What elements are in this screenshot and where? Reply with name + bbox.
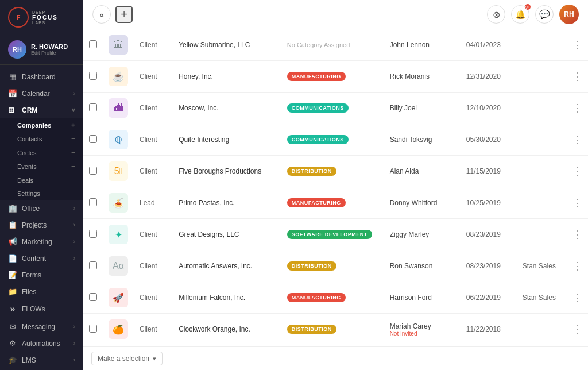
row-checkbox[interactable]: [89, 261, 97, 269]
sidebar-item-label: Projects: [22, 221, 47, 229]
sidebar-item-lms[interactable]: 🎓 LMS ›: [0, 352, 83, 368]
make-selection-dropdown[interactable]: Make a selection ▾: [91, 352, 163, 365]
row-checkbox[interactable]: [89, 103, 97, 111]
sidebar-item-calendar[interactable]: 📅 Calendar ›: [0, 85, 83, 102]
add-deal-icon[interactable]: +: [71, 176, 75, 184]
table-row: 🏛 Client Yellow Submarine, LLC No Catego…: [83, 29, 588, 61]
row-actions-cell: ⋮: [566, 250, 588, 282]
calendar-icon: 📅: [8, 89, 17, 98]
contact-name: Harrison Ford: [390, 294, 455, 302]
sidebar-item-dashboard[interactable]: ▦ Dashboard: [0, 68, 83, 85]
company-date: 12/31/2020: [461, 61, 517, 92]
row-checkbox-cell: [83, 314, 103, 345]
row-context-menu-button[interactable]: ⋮: [572, 260, 582, 272]
sidebar-item-crm-settings[interactable]: Settings: [0, 187, 83, 200]
sidebar-item-label: Messaging: [22, 323, 55, 331]
add-company-icon[interactable]: +: [71, 121, 75, 129]
sidebar-item-circles[interactable]: Circles +: [0, 146, 83, 160]
user-avatar-top[interactable]: RH: [559, 5, 579, 24]
chevron-icon: ›: [74, 340, 75, 346]
row-checkbox[interactable]: [89, 72, 97, 80]
sidebar-item-contacts[interactable]: Contacts +: [0, 132, 83, 146]
chevron-down-icon: ∨: [71, 107, 75, 113]
table-row: ℚ Client Quite Interesting COMMUNICATION…: [83, 124, 588, 156]
add-event-icon[interactable]: +: [71, 163, 75, 171]
company-sales: Stan Sales: [517, 282, 566, 314]
row-checkbox[interactable]: [89, 40, 97, 48]
sidebar-item-office[interactable]: 🏢 Office ›: [0, 200, 83, 217]
company-type: Client: [134, 29, 173, 61]
row-checkbox[interactable]: [89, 198, 97, 206]
files-icon: 📁: [8, 287, 17, 296]
sidebar-item-deals[interactable]: Deals +: [0, 174, 83, 187]
company-logo-cell: 🍊: [103, 314, 134, 345]
company-type: Client: [134, 250, 173, 282]
company-name: Five Boroughs Productions: [173, 156, 281, 187]
company-sales: [517, 61, 566, 92]
sidebar-item-marketing[interactable]: 📢 Marketing ›: [0, 233, 83, 250]
row-checkbox-cell: [83, 156, 103, 187]
add-button[interactable]: +: [115, 6, 133, 23]
row-context-menu-button[interactable]: ⋮: [572, 165, 582, 177]
sidebar-item-label: Forms: [22, 271, 41, 279]
user-profile[interactable]: RH R. HOWARD Edit Profile: [0, 34, 83, 65]
chat-button[interactable]: 💬: [535, 5, 554, 24]
row-context-menu-button[interactable]: ⋮: [572, 229, 582, 240]
sidebar-item-forms[interactable]: 📝 Forms: [0, 267, 83, 283]
row-context-menu-button[interactable]: ⋮: [572, 197, 582, 209]
sidebar-item-events[interactable]: Events +: [0, 160, 83, 174]
contact-name: Rick Moranis: [390, 72, 455, 80]
collapse-button[interactable]: «: [92, 5, 111, 24]
sidebar-item-automations[interactable]: ⚙ Automations ›: [0, 335, 83, 352]
companies-table: 🏛 Client Yellow Submarine, LLC No Catego…: [83, 29, 588, 346]
company-category: DISTRIBUTION: [281, 250, 384, 282]
contact-name: Ziggy Marley: [390, 230, 455, 238]
row-checkbox[interactable]: [89, 293, 97, 301]
row-context-menu-button[interactable]: ⋮: [572, 292, 582, 303]
company-contact: Alan Alda: [384, 156, 461, 187]
row-checkbox[interactable]: [89, 135, 97, 143]
row-context-menu-button[interactable]: ⋮: [572, 323, 582, 335]
logo-icon: F: [8, 7, 29, 28]
row-context-menu-button[interactable]: ⋮: [572, 71, 582, 82]
company-contact: Sandi Toksvig: [384, 124, 461, 156]
add-circle-icon[interactable]: +: [71, 149, 75, 157]
row-checkbox-cell: [83, 61, 103, 92]
sidebar-item-content[interactable]: 📄 Content ›: [0, 250, 83, 267]
alert-button[interactable]: ⊗: [487, 5, 505, 24]
row-context-menu-button[interactable]: ⋮: [572, 39, 582, 51]
user-edit-link[interactable]: Edit Profile: [31, 50, 68, 56]
company-name: Automatic Answers, Inc.: [173, 250, 281, 282]
company-name: Quite Interesting: [173, 124, 281, 156]
row-actions-cell: ⋮: [566, 187, 588, 219]
company-category: COMMUNICATIONS: [281, 124, 384, 156]
sidebar-item-label: FLOWs: [22, 305, 45, 313]
chevron-icon: ›: [74, 357, 75, 363]
company-logo: ☕: [109, 67, 128, 86]
make-selection-label: Make a selection: [98, 354, 149, 363]
category-badge: MANUFACTURING: [287, 72, 346, 81]
row-checkbox[interactable]: [89, 325, 97, 333]
sidebar-item-flows[interactable]: » FLOWs: [0, 300, 83, 318]
row-checkbox[interactable]: [89, 167, 97, 175]
row-context-menu-button[interactable]: ⋮: [572, 134, 582, 145]
company-date: 04/01/2023: [461, 29, 517, 61]
row-context-menu-button[interactable]: ⋮: [572, 102, 582, 114]
row-checkbox-cell: [83, 219, 103, 250]
add-contact-icon[interactable]: +: [71, 135, 75, 143]
contact-name: Sandi Toksvig: [390, 136, 455, 144]
company-contact: Donny Whitford: [384, 187, 461, 219]
company-logo: 🍝: [109, 193, 128, 213]
contact-name: Ron Swanson: [390, 262, 455, 270]
topbar: « + ⊗ 🔔 9+ 💬 RH: [83, 0, 588, 29]
sidebar-item-projects[interactable]: 📋 Projects ›: [0, 217, 83, 233]
sidebar-item-companies[interactable]: Companies +: [0, 118, 83, 132]
sidebar-item-files[interactable]: 📁 Files: [0, 283, 83, 300]
company-logo: ℚ: [109, 130, 128, 149]
row-checkbox[interactable]: [89, 230, 97, 238]
company-name: Honey, Inc.: [173, 61, 281, 92]
company-logo-cell: 🏛: [103, 29, 134, 61]
sidebar-item-messaging[interactable]: ✉ Messaging ›: [0, 318, 83, 335]
company-logo-cell: ✦: [103, 219, 134, 250]
sidebar-item-crm[interactable]: ⊞ CRM ∨: [0, 102, 83, 118]
